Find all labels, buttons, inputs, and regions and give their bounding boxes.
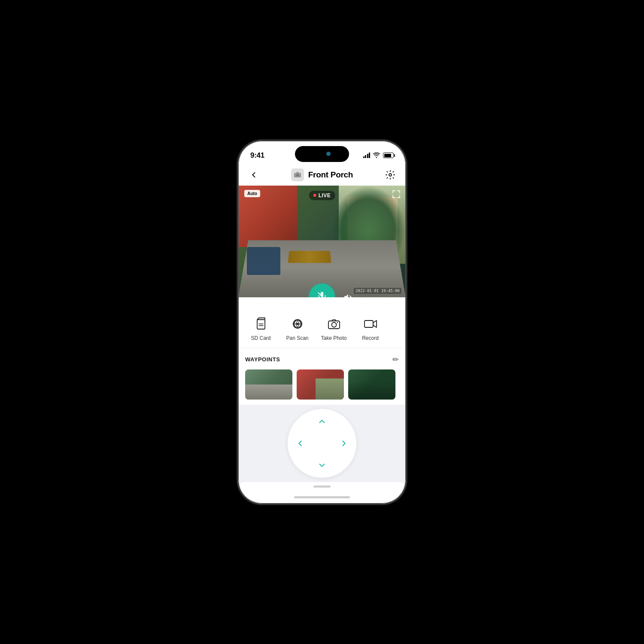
- ptz-right-icon: [339, 439, 349, 448]
- pan-scan-label: Pan Scan: [286, 335, 308, 341]
- ptz-left-icon: [295, 439, 305, 448]
- welcome-mat: [288, 251, 331, 263]
- svg-rect-9: [257, 320, 265, 329]
- ptz-up-button[interactable]: [317, 417, 327, 426]
- pan-scan-icon: [289, 315, 306, 333]
- timestamp: 2022-01-01 19:45:00: [354, 288, 401, 294]
- record-action[interactable]: Record: [352, 315, 389, 341]
- live-badge: LIVE: [309, 191, 335, 200]
- waypoint-item-1[interactable]: [245, 369, 292, 400]
- live-dot: [313, 194, 316, 197]
- ptz-up-icon: [317, 417, 327, 426]
- auto-badge: Auto: [244, 190, 260, 197]
- mic-icon: [316, 291, 328, 297]
- record-svg: [364, 317, 377, 331]
- status-bar: 9:41: [238, 141, 406, 164]
- svg-point-1: [296, 174, 299, 176]
- take-photo-label: Take Photo: [321, 335, 346, 341]
- volume-overlay: [340, 289, 357, 297]
- ptz-down-button[interactable]: [317, 461, 327, 470]
- battery-icon: [383, 153, 394, 158]
- waypoints-header: WAYPOINTS ✏: [245, 355, 399, 364]
- take-photo-action[interactable]: Take Photo: [316, 315, 352, 341]
- nav-bar: Front Porch: [238, 164, 406, 186]
- battery-fill: [384, 154, 391, 157]
- signal-bar-3: [367, 154, 368, 158]
- volume-button[interactable]: [340, 289, 357, 297]
- status-icons: [363, 153, 394, 158]
- phone-screen: 9:41: [238, 141, 406, 504]
- sd-card-icon: [252, 315, 270, 333]
- record-label: Record: [362, 335, 379, 341]
- mic-overlay: [309, 284, 335, 297]
- sd-card-action[interactable]: SD Card: [243, 315, 279, 341]
- ptz-right-button[interactable]: [339, 439, 349, 448]
- dynamic-island: [295, 146, 349, 162]
- pan-scan-action[interactable]: Pan Scan: [279, 315, 316, 341]
- back-icon: [250, 171, 258, 179]
- content-area: WAYPOINTS ✏: [238, 348, 406, 491]
- take-photo-svg: [327, 317, 341, 331]
- nav-title-area: Front Porch: [291, 168, 353, 181]
- signal-icon: [363, 153, 371, 158]
- action-bar: SD Card Pan Scan: [238, 309, 406, 348]
- home-indicator: [238, 491, 406, 504]
- volume-icon: [343, 292, 354, 297]
- camera-feed[interactable]: Auto LIVE 2022-01-01 19:45:00: [238, 186, 406, 297]
- back-button[interactable]: [247, 168, 261, 182]
- fullscreen-button[interactable]: [392, 190, 401, 200]
- waypoint-item-3[interactable]: [348, 369, 395, 400]
- status-time: 9:41: [250, 151, 264, 160]
- record-icon: [362, 315, 379, 333]
- sd-card-label: SD Card: [251, 335, 270, 341]
- svg-rect-2: [296, 172, 299, 173]
- svg-point-17: [337, 322, 337, 323]
- mic-button[interactable]: [309, 284, 335, 297]
- pan-scan-svg: [291, 317, 304, 331]
- camera-thumbnail-icon: [291, 168, 304, 181]
- svg-point-16: [331, 323, 336, 327]
- take-photo-icon: [325, 315, 343, 333]
- ptz-section: [238, 405, 406, 482]
- waypoint-item-2[interactable]: [297, 369, 344, 400]
- furniture: [247, 247, 280, 275]
- edit-button[interactable]: ✏: [392, 355, 399, 364]
- waypoints-scroll[interactable]: [245, 369, 399, 400]
- recent-events-title: RECENT EVENTS: [238, 488, 406, 491]
- phone-frame: 9:41: [238, 141, 406, 504]
- sd-card-svg: [254, 317, 268, 331]
- signal-bar-1: [363, 156, 365, 158]
- fullscreen-icon-svg: [392, 190, 401, 198]
- home-bar[interactable]: [294, 496, 350, 498]
- svg-point-3: [389, 174, 392, 176]
- waypoints-title: WAYPOINTS: [245, 356, 280, 363]
- camera-scene: [238, 186, 406, 297]
- ptz-down-icon: [317, 461, 327, 470]
- ptz-left-button[interactable]: [295, 439, 305, 448]
- waypoints-section: WAYPOINTS ✏: [238, 348, 406, 405]
- bottom-panel: RECENT EVENTS: [238, 482, 406, 491]
- dynamic-island-dot: [326, 152, 331, 156]
- svg-rect-18: [365, 320, 373, 327]
- wifi-icon: [373, 153, 380, 158]
- svg-marker-8: [344, 294, 348, 297]
- settings-button[interactable]: [383, 168, 397, 182]
- camera-small-svg: [294, 171, 301, 178]
- ptz-controller: [288, 409, 356, 478]
- signal-bar-4: [369, 153, 370, 158]
- live-label: LIVE: [319, 192, 331, 198]
- signal-bar-2: [365, 155, 366, 158]
- nav-title: Front Porch: [308, 170, 353, 180]
- settings-icon: [385, 170, 395, 180]
